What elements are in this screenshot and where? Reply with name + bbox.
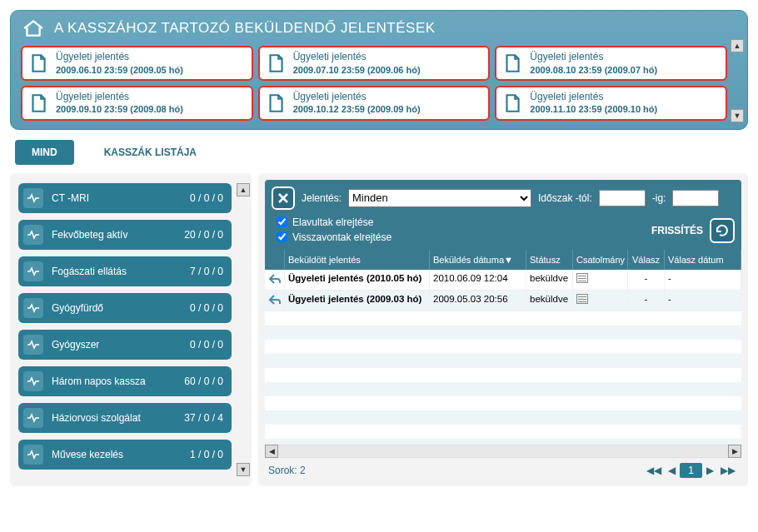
th-attach[interactable]: Csatolmány (573, 250, 628, 270)
reports-table-panel: Jelentés: Minden Időszak -tól: -ig: Elav… (258, 173, 748, 486)
sidebar-item[interactable]: Fogászati ellátás 7 / 0 / 0 (18, 256, 232, 286)
top-scrollbar[interactable]: ▲ ▼ (731, 39, 744, 122)
report-date: 2009.11.10 23:59 (2009.10 hó) (530, 103, 657, 115)
sidebar-item[interactable]: Három napos kassza 60 / 0 / 0 (18, 366, 232, 396)
th-rdate[interactable]: Válasz dátum (665, 250, 741, 270)
report-card[interactable]: Ügyeleti jelentés2009.11.10 23:59 (2009.… (495, 86, 727, 121)
reply-icon (268, 273, 282, 285)
filter-bar: Jelentés: Minden Időszak -tól: -ig: Elav… (265, 180, 741, 250)
pager-current: 1 (680, 463, 702, 478)
pager-last[interactable]: ▶▶ (718, 465, 738, 476)
pager-controls: ◀◀ ◀ 1 ▶ ▶▶ (644, 463, 738, 478)
filter-label-jelentes: Jelentés: (302, 192, 342, 204)
rows-count: Sorok: 2 (268, 465, 306, 476)
sidebar-item[interactable]: Háziorvosi szolgálat 37 / 0 / 4 (18, 403, 232, 433)
scroll-right-icon[interactable]: ▶ (728, 445, 741, 458)
chk-elavult[interactable]: Elavultak elrejtése (277, 216, 391, 228)
chk-visszavont[interactable]: Visszavontak elrejtése (277, 231, 391, 243)
tab-mind[interactable]: MIND (15, 140, 74, 165)
sidebar-item[interactable]: Fekvőbeteg aktív 20 / 0 / 0 (18, 220, 232, 250)
report-title: Ügyeleti jelentés (56, 51, 183, 64)
sidebar-item-count: 7 / 0 / 0 (190, 266, 223, 277)
sidebar-item-count: 1 / 0 / 0 (190, 449, 223, 460)
jelentes-select[interactable]: Minden (348, 189, 531, 207)
reply-icon (268, 294, 282, 306)
scroll-up-icon[interactable]: ▲ (237, 183, 250, 196)
close-icon (277, 191, 290, 205)
report-title: Ügyeleti jelentés (293, 91, 421, 104)
table-row[interactable]: Ügyeleti jelentés (2010.05 hó) 2010.06.0… (265, 270, 741, 291)
sidebar-item-count: 20 / 0 / 0 (184, 229, 223, 241)
sidebar-item-label: Három napos kassza (52, 375, 176, 387)
pager-next[interactable]: ▶ (704, 465, 716, 476)
sidebar-item-count: 0 / 0 / 0 (190, 192, 223, 204)
report-card[interactable]: Ügyeleti jelentés2009.08.10 23:59 (2009.… (495, 46, 727, 81)
tab-kasszak-listaja[interactable]: KASSZÁK LISTÁJA (87, 140, 213, 165)
close-button[interactable] (272, 186, 295, 210)
th-date[interactable]: Beküldés dátuma▼ (430, 250, 526, 270)
scroll-down-icon[interactable]: ▼ (731, 109, 744, 122)
date-to-input[interactable] (672, 190, 719, 206)
report-card[interactable]: Ügyeleti jelentés2009.10.12 23:59 (2009.… (258, 86, 491, 121)
report-title: Ügyeleti jelentés (530, 91, 657, 104)
report-date: 2009.07.10 23:59 (2009.06 hó) (293, 64, 421, 76)
pager-first[interactable]: ◀◀ (644, 465, 664, 476)
refresh-icon (714, 222, 731, 239)
pager-prev[interactable]: ◀ (666, 465, 678, 476)
sidebar-item[interactable]: Gyógyfürdő 0 / 0 / 0 (18, 293, 232, 323)
sidebar-item-label: Művese kezelés (52, 449, 182, 460)
panel-title: A KASSZÁHOZ TARTOZÓ BEKÜLDENDŐ JELENTÉSE… (54, 20, 436, 37)
attachment-icon[interactable] (576, 273, 588, 283)
sidebar-item-count: 0 / 0 / 0 (190, 302, 223, 314)
scroll-left-icon[interactable]: ◀ (265, 445, 278, 458)
refresh-button[interactable] (710, 218, 735, 243)
pulse-icon (23, 261, 43, 281)
sidebar-item-label: Gyógyfürdő (52, 302, 182, 314)
report-date: 2009.10.12 23:59 (2009.09 hó) (293, 103, 421, 115)
sidebar-item-count: 0 / 0 / 0 (190, 339, 223, 351)
report-title: Ügyeleti jelentés (530, 51, 657, 64)
document-icon (265, 52, 287, 74)
document-icon (265, 92, 287, 114)
sidebar-item-label: Háziorvosi szolgálat (52, 412, 176, 424)
pulse-icon (23, 225, 43, 245)
sidebar-item-label: CT -MRI (52, 192, 182, 204)
report-card[interactable]: Ügyeleti jelentés2009.07.10 23:59 (2009.… (258, 46, 491, 81)
report-title: Ügyeleti jelentés (56, 91, 183, 104)
document-icon (27, 52, 49, 74)
table-row[interactable]: Ügyeleti jelentés (2009.03 hó) 2009.05.0… (265, 291, 741, 311)
filter-label-from: Időszak -tól: (538, 192, 592, 204)
pulse-icon (23, 408, 43, 428)
attachment-icon[interactable] (576, 294, 588, 304)
th-status[interactable]: Státusz (526, 250, 573, 270)
sidebar-item[interactable]: Gyógyszer 0 / 0 / 0 (18, 330, 232, 360)
sidebar-item-label: Gyógyszer (52, 339, 182, 351)
table-header: Beküldött jelentés Beküldés dátuma▼ Stát… (265, 250, 741, 270)
report-card[interactable]: Ügyeleti jelentés2009.06.10 23:59 (2009.… (21, 46, 253, 81)
sidebar-item-count: 37 / 0 / 4 (184, 412, 223, 424)
table-body: Ügyeleti jelentés (2010.05 hó) 2010.06.0… (265, 270, 741, 445)
th-reply[interactable]: Válasz (628, 250, 665, 270)
pulse-icon (23, 188, 43, 208)
sidebar-item[interactable]: CT -MRI 0 / 0 / 0 (18, 183, 232, 213)
scroll-down-icon[interactable]: ▼ (237, 463, 250, 476)
th-name[interactable]: Beküldött jelentés (285, 250, 430, 270)
pulse-icon (23, 298, 43, 318)
pulse-icon (23, 371, 43, 391)
horizontal-scrollbar[interactable]: ◀ ▶ (265, 445, 741, 458)
report-date: 2009.06.10 23:59 (2009.05 hó) (56, 64, 183, 76)
scroll-up-icon[interactable]: ▲ (731, 39, 744, 52)
filter-label-to: -ig: (652, 192, 666, 204)
sidebar-scrollbar[interactable]: ▲ ▼ (237, 183, 250, 476)
sidebar: CT -MRI 0 / 0 / 0 Fekvőbeteg aktív 20 / … (10, 173, 252, 486)
sidebar-item-label: Fekvőbeteg aktív (52, 229, 176, 241)
refresh-label: FRISSÍTÉS (651, 225, 703, 236)
sidebar-item-count: 60 / 0 / 0 (184, 375, 223, 387)
sidebar-item-label: Fogászati ellátás (52, 266, 182, 277)
home-icon (22, 19, 44, 37)
pending-reports-panel: A KASSZÁHOZ TARTOZÓ BEKÜLDENDŐ JELENTÉSE… (10, 10, 748, 130)
report-card[interactable]: Ügyeleti jelentés2009.09.10 23:59 (2009.… (21, 86, 253, 121)
sidebar-item[interactable]: Művese kezelés 1 / 0 / 0 (18, 440, 232, 470)
pulse-icon (23, 335, 43, 355)
date-from-input[interactable] (599, 190, 646, 206)
